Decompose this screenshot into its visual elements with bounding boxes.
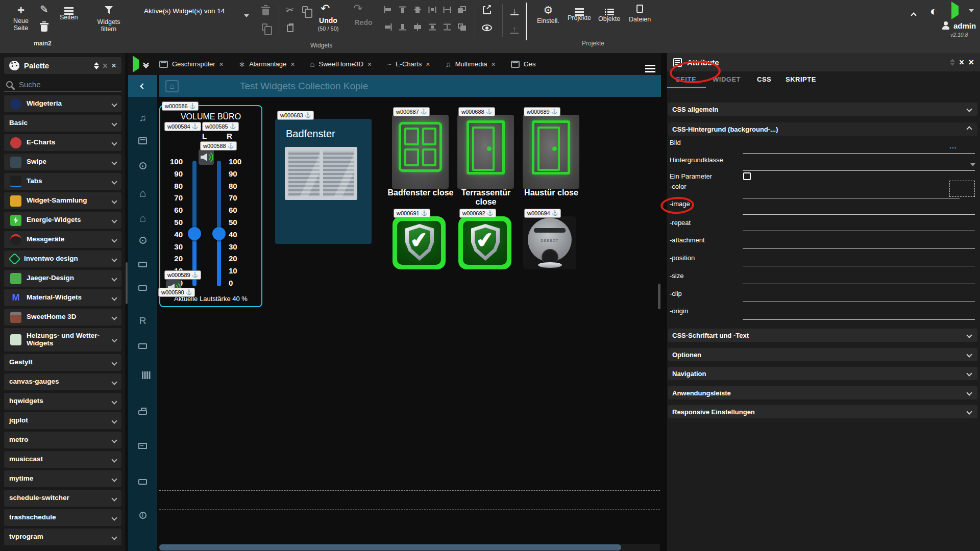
page-icon-widget-panel[interactable]: [128, 343, 157, 349]
palette-item-canvas-gauges[interactable]: canvas-gauges: [4, 373, 121, 390]
field-input[interactable]: [743, 231, 975, 231]
palette-item-energie-widgets[interactable]: Energie-Widgets: [4, 212, 121, 229]
palette-close-icon[interactable]: ×: [111, 61, 116, 71]
widget-badge[interactable]: w000585⚓: [202, 122, 239, 131]
section-optionen[interactable]: Optionen: [668, 348, 977, 361]
door-tile-2[interactable]: [457, 115, 514, 189]
section-css-allgemein[interactable]: CSS allgemein: [668, 103, 977, 116]
shield-check-tile[interactable]: ✔: [458, 216, 511, 269]
align-tool-distribute-vertical[interactable]: [428, 23, 436, 31]
panel-move-buttons[interactable]: [950, 59, 955, 66]
view-tab-multimedia[interactable]: ♫Multimedia×: [445, 60, 495, 68]
badfenster-widget[interactable]: w000683⚓ Badfenster: [275, 119, 372, 244]
page-icon-vacuum[interactable]: [128, 162, 157, 169]
page-icon-widget-card[interactable]: [128, 285, 157, 291]
widget-badge[interactable]: w000688⚓: [458, 107, 495, 116]
page-icon-info[interactable]: i: [128, 512, 157, 519]
views-menu-button[interactable]: [645, 59, 655, 68]
undo-label[interactable]: Undo: [313, 16, 344, 24]
widget-badge[interactable]: w000589⚓: [164, 270, 201, 280]
file-picker-button[interactable]: ...: [949, 142, 957, 150]
tab-seite[interactable]: SEITE: [676, 76, 696, 83]
widget-badge[interactable]: w000590⚓: [158, 288, 195, 297]
close-tab-icon[interactable]: ×: [368, 60, 372, 68]
palette-move-buttons[interactable]: [94, 62, 99, 69]
palette-item-tvprogram[interactable]: tvprogram: [4, 529, 121, 545]
files-button[interactable]: Dateien: [629, 5, 651, 23]
page-icon-vacuum-moving[interactable]: [128, 237, 157, 244]
align-tool-align-left[interactable]: [384, 6, 392, 13]
widget-badge[interactable]: w000687⚓: [393, 107, 430, 116]
field-input[interactable]: [743, 302, 975, 302]
canvas-vertical-scrollbar[interactable]: [658, 284, 660, 309]
palette-item-basic[interactable]: Basic: [4, 115, 121, 132]
palette-item-widget-sammlung[interactable]: Widget-Sammlung: [4, 192, 121, 209]
close-tab-icon[interactable]: ×: [290, 60, 295, 68]
view-tab-sweethome3d[interactable]: ⌂SweetHome3D×: [310, 60, 372, 68]
clone-widget-button[interactable]: [262, 23, 267, 33]
delete-page-button[interactable]: [41, 21, 47, 32]
theme-toggle-button[interactable]: ◐: [930, 4, 938, 18]
tab-widget[interactable]: WIDGET: [713, 76, 741, 83]
align-tool-center-vertical[interactable]: [413, 23, 422, 31]
canvas-area[interactable]: ⌂ Test Widgets Collection Kopie w000586⚓…: [158, 75, 661, 551]
tab-css[interactable]: CSS: [757, 76, 771, 83]
field-input[interactable]: [743, 153, 975, 154]
export-widgets-button[interactable]: ↑: [510, 24, 519, 34]
field-input[interactable]: [743, 170, 975, 171]
shield-check-tile[interactable]: ✔: [393, 216, 446, 269]
field-input[interactable]: [743, 266, 975, 266]
align-tool-match-width[interactable]: [443, 6, 451, 13]
panel-close-icon[interactable]: ×: [968, 57, 974, 68]
palette-item-jqplot[interactable]: jqplot: [4, 412, 121, 429]
open-in-new-window-button[interactable]: [483, 6, 491, 16]
import-widgets-button[interactable]: ↓: [510, 6, 519, 15]
page-icon-chart-box[interactable]: [128, 443, 157, 449]
run-options-caret[interactable]: [969, 12, 974, 21]
widget-badge[interactable]: w000683⚓: [277, 111, 314, 120]
align-tool-center-horizontal[interactable]: [413, 6, 422, 13]
align-tool-align-right[interactable]: [384, 23, 392, 31]
palette-item-mytime[interactable]: mytime: [4, 470, 121, 487]
undo-button[interactable]: ↶: [321, 2, 330, 15]
objects-button[interactable]: Objekte: [598, 7, 620, 22]
panel-collapse-icon[interactable]: [960, 59, 963, 65]
collapse-toolbar-button[interactable]: [912, 10, 916, 19]
palette-item-swipe[interactable]: Swipe: [4, 154, 121, 170]
palette-item-inventwo-design[interactable]: inventwo design: [4, 251, 121, 267]
field-input[interactable]: [743, 214, 975, 215]
view-tab-geschirrspüler[interactable]: Geschirrspüler×: [159, 60, 224, 68]
door-tile-1[interactable]: [392, 115, 449, 189]
widget-badge[interactable]: w000586⚓: [162, 102, 199, 111]
field-input[interactable]: [743, 248, 975, 249]
palette-search[interactable]: Suche: [4, 78, 121, 92]
palette-item-e-charts[interactable]: E-Charts: [4, 134, 121, 151]
select-caret-icon[interactable]: [970, 166, 975, 176]
canvas-horizontal-scrollbar[interactable]: [159, 544, 660, 551]
align-tool-distribute-horizontal[interactable]: [428, 6, 436, 13]
widget-badge[interactable]: w000691⚓: [394, 209, 430, 218]
palette-collapse-icon[interactable]: [104, 63, 107, 69]
widget-badge[interactable]: w000588⚓: [200, 141, 237, 151]
redo-button[interactable]: ↷: [353, 2, 362, 15]
section-css-schriftart-und-text[interactable]: CSS-Schriftart und -Text: [668, 329, 977, 342]
section-responsive-einstellungen[interactable]: Responsive Einstellungen: [668, 405, 977, 418]
projects-button[interactable]: Projekte: [568, 7, 591, 21]
tab-skripte[interactable]: SKRIPTE: [786, 76, 816, 83]
palette-item-widgeteria[interactable]: Widgeteria: [4, 95, 121, 112]
page-icon-radiator[interactable]: [128, 371, 157, 379]
filter-widgets-button[interactable]: Widgets filtern: [94, 6, 123, 33]
new-page-button[interactable]: + Neue Seite: [9, 5, 33, 32]
left-slider-thumb[interactable]: [188, 227, 201, 240]
user-menu[interactable]: [942, 21, 950, 31]
parameter-checkbox[interactable]: [743, 172, 751, 180]
view-tab-alarmanlage[interactable]: ∗Alarmanlage×: [239, 60, 295, 69]
page-icon-house[interactable]: ⌂: [128, 187, 157, 200]
palette-item-material-widgets[interactable]: MMaterial-Widgets: [4, 289, 121, 306]
align-tool-align-bottom[interactable]: [399, 23, 407, 31]
palette-item-jaeger-design[interactable]: Jaeger-Design: [4, 270, 121, 287]
pages-button[interactable]: Seiten: [60, 6, 78, 21]
delete-widget-button[interactable]: [262, 5, 269, 17]
copy-button[interactable]: [302, 6, 308, 15]
widget-select-caret[interactable]: [244, 17, 249, 27]
